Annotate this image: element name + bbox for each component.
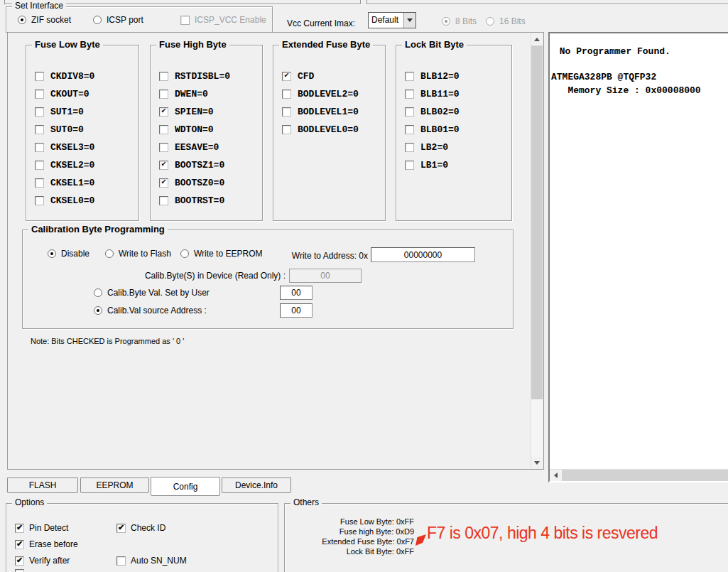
calib-source-value-input[interactable]: 00 — [280, 303, 313, 318]
checkbox-icon[interactable] — [159, 125, 168, 134]
fuse-bit-checkbox-row[interactable]: EESAVE=0 — [159, 142, 262, 152]
checkbox-icon[interactable] — [35, 90, 44, 99]
checkbox-icon[interactable] — [159, 72, 168, 81]
vertical-scrollbar-thumb[interactable] — [531, 45, 543, 399]
checkbox-icon[interactable] — [405, 72, 414, 81]
fuse-bit-checkbox-row[interactable]: BLB11=0 — [405, 89, 511, 99]
write-to-address-input[interactable]: 00000000 — [371, 247, 475, 262]
fuse-bit-checkbox-row[interactable]: BOOTSZ0=0 — [159, 178, 262, 188]
fuse-bit-checkbox-row[interactable]: CKSEL1=0 — [35, 178, 138, 188]
fuse-bit-checkbox-row[interactable]: SUT1=0 — [35, 107, 138, 117]
fuse-bit-checkbox-row[interactable]: BLB02=0 — [405, 107, 511, 117]
fuse-bit-checkbox-row[interactable]: BLB12=0 — [405, 71, 511, 81]
fuse-bit-checkbox-row[interactable]: CKSEL0=0 — [35, 195, 138, 205]
radio-icon[interactable] — [94, 306, 102, 315]
checkbox-icon[interactable] — [35, 72, 44, 81]
calib-user-radio[interactable]: Calib.Byte Val. Set by User — [94, 288, 210, 298]
radio-icon[interactable] — [18, 16, 26, 24]
checkbox-icon[interactable] — [15, 556, 24, 566]
partial-cutoff-checkbox[interactable] — [15, 569, 24, 572]
fuse-bit-checkbox-row[interactable]: LB2=0 — [405, 142, 511, 152]
erase-before-checkbox[interactable]: Erase before — [15, 539, 78, 549]
calib-disable-radio[interactable]: Disable — [48, 249, 89, 259]
log-panel: No Programmer Found. ATMEGA328PB @TQFP32… — [548, 32, 728, 482]
checkbox-icon[interactable] — [116, 524, 126, 533]
tab-flash[interactable]: FLASH — [7, 477, 78, 493]
fuse-bit-checkbox-row[interactable]: CKOUT=0 — [35, 89, 138, 99]
fuse-bit-checkbox-row[interactable]: WDTON=0 — [159, 124, 262, 134]
calib-source-radio[interactable]: Calib.Val source Address : — [94, 306, 207, 315]
radio-icon[interactable] — [180, 249, 189, 258]
checkbox-icon[interactable] — [15, 569, 24, 572]
fuse-bit-label: DWEN=0 — [175, 89, 208, 99]
fuse-bit-checkbox-row[interactable]: SPIEN=0 — [159, 107, 262, 117]
fuse-bit-checkbox-row[interactable]: LB1=0 — [405, 160, 511, 170]
radio-icon[interactable] — [94, 288, 102, 297]
checkbox-icon[interactable] — [15, 540, 24, 549]
fuse-bit-checkbox-row[interactable]: BOOTRST=0 — [159, 195, 262, 205]
fuse-bit-label: WDTON=0 — [175, 124, 214, 135]
dropdown-button[interactable] — [403, 13, 415, 28]
checkbox-icon[interactable] — [282, 72, 291, 81]
vertical-scrollbar[interactable] — [531, 33, 543, 468]
checkbox-icon[interactable] — [116, 556, 126, 566]
check-id-checkbox[interactable]: Check ID — [116, 523, 165, 533]
checkbox-icon[interactable] — [159, 196, 168, 205]
auto-sn-num-checkbox[interactable]: Auto SN_NUM — [116, 556, 187, 566]
checkbox-icon[interactable] — [35, 125, 44, 134]
vcc-current-dropdown[interactable]: Default — [368, 12, 416, 28]
pin-detect-checkbox[interactable]: Pin Detect — [15, 523, 68, 533]
fuse-bit-checkbox-row[interactable]: CKSEL2=0 — [35, 160, 138, 170]
checkbox-icon[interactable] — [159, 90, 168, 99]
checkbox-icon[interactable] — [35, 196, 44, 205]
checkbox-icon[interactable] — [405, 107, 414, 117]
checkbox-icon[interactable] — [159, 178, 168, 188]
programmer-app-window: { "set_interface": { "title": "Set Inter… — [0, 0, 728, 572]
radio-icon[interactable] — [48, 249, 56, 258]
calib-byte-device-label: Calib.Byte(S) in Device (Read Only) : — [108, 271, 286, 281]
calib-user-value-input[interactable]: 00 — [280, 286, 313, 300]
fuse-bit-checkbox-row[interactable]: CKSEL3=0 — [35, 142, 138, 152]
checkbox-icon[interactable] — [35, 178, 44, 188]
scroll-up-button[interactable] — [531, 33, 543, 45]
fuse-bit-checkbox-row[interactable]: BODLEVEL0=0 — [282, 124, 385, 134]
fuse-bit-checkbox-row[interactable]: BODLEVEL1=0 — [282, 107, 385, 117]
radio-icon[interactable] — [93, 16, 102, 24]
check-id-label: Check ID — [131, 523, 165, 533]
calib-write-flash-radio[interactable]: Write to Flash — [105, 249, 171, 259]
checkbox-icon[interactable] — [405, 125, 414, 134]
fuse-bit-checkbox-row[interactable]: CKDIV8=0 — [35, 71, 138, 81]
checkbox-icon[interactable] — [405, 143, 414, 152]
fuse-bit-label: RSTDISBL=0 — [175, 71, 230, 82]
verify-after-checkbox[interactable]: Verify after — [15, 556, 70, 566]
icsp-port-radio[interactable]: ICSP port — [93, 15, 143, 25]
fuse-bit-checkbox-row[interactable]: CFD — [282, 71, 385, 81]
radio-icon[interactable] — [105, 249, 114, 258]
checkbox-icon[interactable] — [35, 161, 44, 170]
checkbox-icon[interactable] — [15, 524, 24, 533]
fuse-bit-checkbox-row[interactable]: BLB01=0 — [405, 124, 511, 134]
fuse-bit-checkbox-row[interactable]: RSTDISBL=0 — [159, 71, 262, 81]
checkbox-icon[interactable] — [159, 161, 168, 170]
tab-device-info[interactable]: Device.Info — [222, 477, 291, 493]
checkbox-icon[interactable] — [159, 107, 168, 117]
checkbox-icon[interactable] — [35, 107, 44, 117]
scroll-left-button[interactable] — [550, 470, 561, 481]
fuse-bit-checkbox-row[interactable]: DWEN=0 — [159, 89, 262, 99]
tab-eeprom[interactable]: EEPROM — [80, 477, 149, 493]
checkbox-icon[interactable] — [282, 90, 291, 99]
checkbox-icon[interactable] — [282, 125, 291, 134]
fuse-bit-checkbox-row[interactable]: BODLEVEL2=0 — [282, 89, 385, 99]
checkbox-icon[interactable] — [159, 143, 168, 152]
tab-config[interactable]: Config — [151, 477, 220, 496]
horizontal-scrollbar[interactable] — [550, 469, 728, 481]
fuse-bit-checkbox-row[interactable]: BOOTSZ1=0 — [159, 160, 262, 170]
checkbox-icon[interactable] — [35, 143, 44, 152]
zif-socket-radio[interactable]: ZIF socket — [18, 15, 71, 25]
checkbox-icon[interactable] — [405, 90, 414, 99]
horizontal-scrollbar-thumb[interactable] — [562, 470, 728, 481]
scroll-down-button[interactable] — [531, 457, 543, 468]
checkbox-icon[interactable] — [405, 161, 414, 170]
fuse-bit-checkbox-row[interactable]: SUT0=0 — [35, 124, 138, 134]
checkbox-icon[interactable] — [282, 107, 291, 117]
